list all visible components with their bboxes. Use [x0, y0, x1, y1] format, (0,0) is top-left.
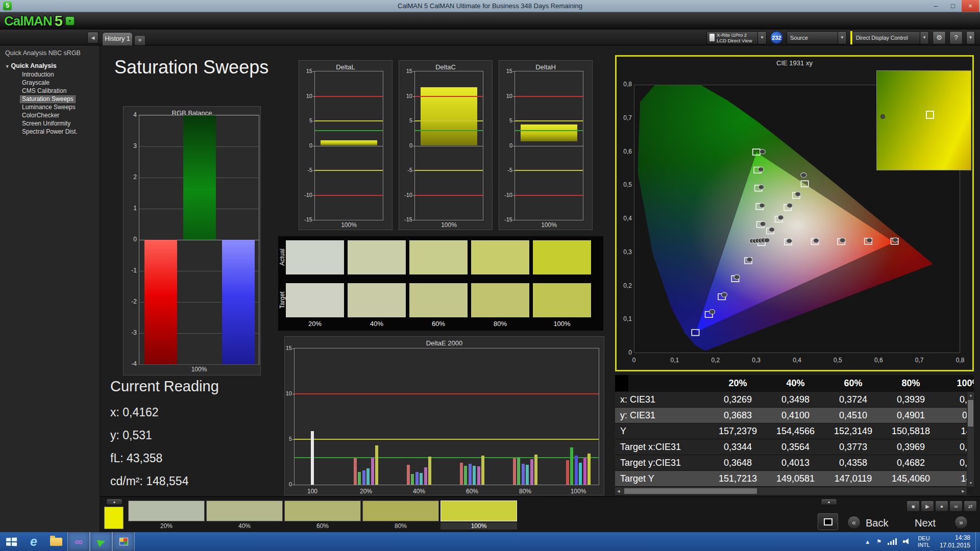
tick [513, 71, 515, 72]
sidebar-item-saturation-sweeps[interactable]: Saturation Sweeps [20, 96, 75, 103]
y-axis-label: -5 [499, 167, 512, 173]
workflow-title: Quick Analysis NBC sRGB [0, 45, 100, 60]
swatch-color [440, 500, 517, 521]
scroll-left-icon[interactable]: ◀ [615, 487, 622, 495]
y-axis-label: -10 [299, 192, 312, 198]
row-label: Target y:CIE31 [615, 455, 709, 470]
y-axis-label: 0,5 [618, 181, 632, 188]
pattern-swatch-20%[interactable]: 20% [128, 497, 205, 531]
expander-handle[interactable]: ▲ [106, 498, 122, 505]
back-button[interactable]: Back [866, 517, 888, 529]
tab-history[interactable]: History 1 [102, 32, 133, 45]
y-axis-label: 0,6 [618, 148, 632, 155]
logo-dropdown-icon[interactable]: ▼ [65, 16, 75, 26]
reference-line [515, 96, 583, 97]
x-axis-label: 60% [457, 488, 487, 495]
maximize-button[interactable]: □ [944, 0, 962, 12]
x-axis-label: 0,5 [827, 357, 848, 364]
add-tab-button[interactable]: + [134, 35, 145, 45]
sidebar-item-introduction[interactable]: Introduction [20, 71, 56, 78]
source-selector[interactable]: Source ▼ [787, 31, 847, 44]
swatch-color [128, 500, 205, 521]
scroll-right-icon[interactable]: ▶ [960, 487, 967, 495]
pattern-swatch-60%[interactable]: 60% [284, 497, 361, 531]
table-row: Target x:CIE310,33440,35640,37730,39690,… [615, 439, 974, 455]
sidebar-item-grayscale[interactable]: Grayscale [20, 80, 51, 86]
close-button[interactable]: × [962, 0, 979, 12]
sidebar-item-spectral-power-dist-[interactable]: Spectral Power Dist. [20, 129, 79, 135]
cie-measured-point [867, 238, 872, 242]
deltae-bar [428, 457, 431, 485]
swatch-col-label: 40% [348, 320, 406, 328]
pattern-swatch-80%[interactable]: 80% [362, 497, 439, 531]
chart-title: DeltaE 2000 [285, 339, 604, 347]
next-arrow-button[interactable]: » [954, 516, 968, 529]
tray-flag-icon[interactable]: ⚑ [876, 538, 881, 545]
scrollbar-thumb[interactable] [968, 400, 973, 427]
chevron-down-icon[interactable]: ▼ [757, 32, 766, 44]
pattern-swatch-40%[interactable]: 40% [206, 497, 283, 531]
language-indicator[interactable]: DEU INTL [918, 535, 930, 548]
back-arrow-button[interactable]: « [847, 516, 861, 529]
stop-button[interactable]: ■ [906, 500, 920, 512]
taskbar-item-ie[interactable]: e [22, 532, 45, 551]
sidebar-item-cms-calibration[interactable]: CMS Calibration [20, 88, 68, 94]
x-axis-label: 80% [510, 488, 541, 495]
volume-icon[interactable] [903, 538, 910, 545]
help-icon: ? [954, 34, 958, 41]
calman-logo[interactable]: CalMAN5 ▼ [4, 12, 75, 30]
actual-swatch-60% [409, 240, 468, 274]
start-button[interactable] [0, 532, 22, 551]
reference-line [515, 170, 583, 171]
y-axis-label: 5 [499, 117, 512, 123]
reference-line [415, 96, 483, 97]
pattern-window-button[interactable] [818, 513, 838, 530]
clock[interactable]: 14:38 17.01.2015 [940, 534, 970, 549]
tick [313, 220, 315, 220]
deltae-bar [481, 456, 484, 485]
meter-selector[interactable]: X-Rite i1Pro 2 LCD Direct View ▼ [706, 31, 767, 44]
chevron-down-icon[interactable]: ▼ [838, 32, 846, 44]
sidebar-item-screen-uniformity[interactable]: Screen Uniformity [20, 120, 72, 127]
zero-line [515, 146, 583, 146]
table-vertical-scrollbar[interactable]: ▲ ▼ [967, 392, 974, 487]
loop-button[interactable]: ∞ [949, 500, 963, 512]
deltal-plot: 151050-5-10-15 [314, 71, 383, 220]
scrollbar-thumb[interactable] [624, 488, 757, 494]
scroll-up-icon[interactable]: ▲ [967, 392, 974, 399]
expander-handle[interactable]: ▲ [821, 498, 837, 505]
next-button[interactable]: Next [915, 517, 936, 529]
sidebar-collapse-button[interactable]: ◀ [87, 32, 99, 43]
table-header-row: 20%40%60%80%100% [615, 375, 974, 392]
chevron-down-icon[interactable]: ▼ [920, 32, 928, 44]
sidebar-item-colorchecker[interactable]: ColorChecker [20, 112, 61, 119]
network-icon[interactable] [888, 538, 897, 545]
x-axis-label: 40% [404, 488, 434, 495]
swap-button[interactable]: ⇄ [964, 500, 977, 512]
reading-value: cd/m²: 148,554 [110, 470, 219, 493]
record-button[interactable]: ● [935, 500, 948, 512]
play-button[interactable]: ▶ [921, 500, 934, 512]
help-button[interactable]: ? [949, 31, 963, 44]
show-desktop-button[interactable] [975, 532, 980, 551]
deltae-bar [424, 467, 427, 485]
taskbar-item-explorer[interactable] [45, 532, 67, 551]
pattern-swatch-100%[interactable]: 100% [440, 497, 517, 531]
tree-root[interactable]: ▾Quick Analysis [0, 60, 100, 71]
display-control-selector[interactable]: Direct Display Control ▼ [852, 31, 929, 44]
minimize-button[interactable]: – [927, 0, 944, 12]
table-horizontal-scrollbar[interactable]: ◀ ▶ [615, 487, 967, 495]
sidebar-item-luminance-sweeps[interactable]: Luminance Sweeps [20, 104, 77, 111]
pattern-color-preview[interactable] [104, 507, 124, 529]
tray-up-icon[interactable]: ▲ [865, 539, 870, 545]
taskbar-item-visual-studio[interactable]: ∞ [67, 532, 90, 551]
taskbar-item-pattern-generator[interactable] [112, 532, 135, 551]
workflow-dropdown-button[interactable]: ▼ [966, 31, 975, 44]
taskbar-item-calman[interactable]: ▶ [90, 532, 112, 551]
settings-button[interactable]: ⚙ [933, 31, 946, 44]
deltae-bar [311, 431, 314, 485]
deltae-bar [415, 472, 419, 485]
scroll-down-icon[interactable]: ▼ [967, 480, 974, 487]
cie-data-table: 20%40%60%80%100%x: CIE310,32690,34980,37… [615, 375, 974, 495]
y-axis-label: 0,8 [618, 81, 632, 88]
